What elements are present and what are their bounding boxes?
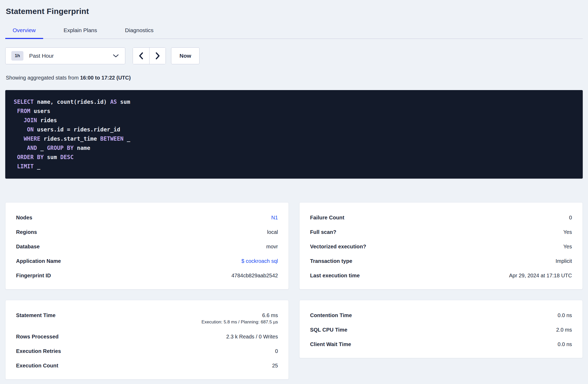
stat-value: 25 <box>272 358 278 373</box>
time-range-badge: 1h <box>11 51 23 61</box>
overview-details-card-right: Failure Count0Full scan?YesVectorized ex… <box>299 202 583 289</box>
stat-label: Contention Time <box>310 308 352 323</box>
tab-diagnostics[interactable]: Diagnostics <box>118 27 161 39</box>
stat-label: Regions <box>16 225 37 239</box>
stat-label: Transaction type <box>310 254 352 268</box>
stat-subvalue: Execution: 5.8 ms / Planning: 687.5 µs <box>202 319 278 329</box>
sql-keyword: AND <box>27 145 37 151</box>
stat-label: Rows Processed <box>16 329 58 344</box>
now-button[interactable]: Now <box>171 47 200 64</box>
stat-row: Client Wait Time0.0 ns <box>310 337 572 352</box>
sql-text: rides.start_time <box>40 136 100 142</box>
time-controls: 1h Past Hour Now <box>5 47 583 64</box>
stat-value: Apr 29, 2024 at 17:18 UTC <box>509 268 572 283</box>
stat-row: Vectorized execution?Yes <box>310 239 572 254</box>
stat-row: Full scan?Yes <box>310 225 572 239</box>
stat-row: Application Name$ cockroach sql <box>16 254 278 268</box>
sql-keyword: SELECT <box>14 99 34 105</box>
sql-keyword: AS <box>110 99 117 105</box>
sql-text <box>14 145 27 151</box>
stat-label: Application Name <box>16 254 61 268</box>
sql-keyword: FROM <box>17 108 31 114</box>
sql-statement: SELECT name, count(rides.id) AS sum FROM… <box>14 97 574 171</box>
sql-keyword: GROUP BY <box>47 145 73 151</box>
stat-value: movr <box>266 239 278 254</box>
sql-keyword: WHERE <box>24 136 40 142</box>
sql-text: sum <box>44 154 60 160</box>
sql-text: users <box>30 108 50 114</box>
stat-label: Database <box>16 239 40 254</box>
sql-text: users.id = rides.rider_id <box>34 126 120 133</box>
sql-text <box>14 154 17 160</box>
sql-text: name <box>74 145 90 151</box>
stat-label: Failure Count <box>310 210 344 225</box>
sql-keyword: LIMIT <box>17 163 34 170</box>
stat-label: Execution Count <box>16 358 58 373</box>
stat-value: 0.0 ns <box>558 308 572 323</box>
sql-keyword: DESC <box>60 154 74 160</box>
sql-text <box>14 126 27 133</box>
stat-row: Failure Count0 <box>310 210 572 225</box>
sql-keyword: JOIN <box>24 117 37 124</box>
stat-row: Transaction typeImplicit <box>310 254 572 268</box>
stat-value: Yes <box>563 225 572 239</box>
stats-summary: Showing aggregated stats from 16:00 to 1… <box>6 74 583 81</box>
sql-text <box>14 136 24 142</box>
time-range-select[interactable]: 1h Past Hour <box>5 47 125 64</box>
stat-value-link[interactable]: N1 <box>271 210 278 225</box>
stats-cards-grid: NodesN1RegionslocalDatabasemovrApplicati… <box>5 202 583 380</box>
stat-label: Fingerprint ID <box>16 268 51 283</box>
stat-row: Regionslocal <box>16 225 278 239</box>
page-title: Statement Fingerprint <box>6 7 583 16</box>
stat-row: SQL CPU Time2.0 ms <box>310 323 572 337</box>
stat-label: Last execution time <box>310 268 360 283</box>
prev-time-button[interactable] <box>133 48 149 64</box>
stat-row: Execution Count25 <box>16 358 278 373</box>
sql-statement-box: SELECT name, count(rides.id) AS sum FROM… <box>5 90 583 179</box>
sql-keyword: ORDER BY <box>17 154 44 160</box>
time-stats-card: Contention Time0.0 nsSQL CPU Time2.0 msC… <box>299 300 583 358</box>
sql-text: name, count(rides.id) <box>34 99 110 105</box>
sql-text: rides <box>37 117 57 124</box>
stat-row: Contention Time0.0 ns <box>310 308 572 323</box>
stat-row: Fingerprint ID4784cb829aab2542 <box>16 268 278 283</box>
stat-row: Rows Processed2.3 k Reads / 0 Writes <box>16 329 278 344</box>
stat-label: Nodes <box>16 210 32 225</box>
sql-text <box>14 108 17 114</box>
sql-keyword: ON <box>27 126 34 133</box>
stat-value: 2.0 ms <box>556 323 572 337</box>
overview-details-card-left: NodesN1RegionslocalDatabasemovrApplicati… <box>5 202 289 289</box>
stat-label: Full scan? <box>310 225 336 239</box>
sql-text: _ <box>37 145 47 151</box>
stat-value: 0 <box>275 344 278 358</box>
stat-row: Last execution timeApr 29, 2024 at 17:18… <box>310 268 572 283</box>
time-range-label: Past Hour <box>29 53 54 59</box>
stat-value: 4784cb829aab2542 <box>231 268 278 283</box>
stat-value-link[interactable]: $ cockroach sql <box>241 254 278 268</box>
sql-text <box>14 163 17 170</box>
time-nav-buttons <box>133 47 166 64</box>
sql-keyword: BETWEEN <box>100 136 124 142</box>
chevron-down-icon <box>113 54 119 58</box>
next-time-button[interactable] <box>149 48 166 64</box>
sql-text: _ <box>123 136 130 142</box>
tab-explain-plans[interactable]: Explain Plans <box>56 27 104 39</box>
stat-label: Execution Retries <box>16 344 61 358</box>
stats-summary-range: 16:00 to 17:22 (UTC) <box>80 75 131 81</box>
stat-value: 0 <box>569 210 572 225</box>
sql-text: _ <box>34 163 40 170</box>
stat-row: Databasemovr <box>16 239 278 254</box>
chevron-left-icon <box>139 52 143 60</box>
stat-value: 2.3 k Reads / 0 Writes <box>226 329 278 344</box>
stat-label: Statement Time <box>16 308 56 323</box>
sql-text: sum <box>117 99 130 105</box>
stat-value: 0.0 ns <box>558 337 572 352</box>
stat-value: Yes <box>563 239 572 254</box>
stat-label: SQL CPU Time <box>310 323 347 337</box>
stat-label: Client Wait Time <box>310 337 351 352</box>
stat-value: Implicit <box>556 254 572 268</box>
statement-fingerprint-page: Statement Fingerprint OverviewExplain Pl… <box>0 7 588 380</box>
tab-overview[interactable]: Overview <box>5 27 43 39</box>
sql-text <box>14 117 24 124</box>
tab-bar: OverviewExplain PlansDiagnostics <box>5 27 583 39</box>
